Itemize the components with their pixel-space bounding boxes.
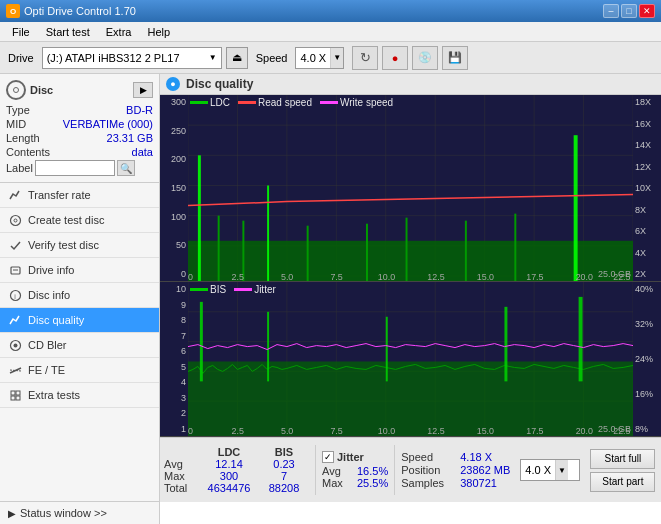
disc-type-label: Type bbox=[6, 104, 30, 116]
status-window-icon: ▶ bbox=[8, 508, 16, 519]
minimize-button[interactable]: – bbox=[603, 4, 619, 18]
jitter-checkbox[interactable]: ✓ bbox=[322, 451, 334, 463]
y-b-1: 1 bbox=[181, 424, 186, 434]
disc-label-input[interactable] bbox=[35, 160, 115, 176]
menu-start-test[interactable]: Start test bbox=[38, 24, 98, 40]
samples-stat-row: Samples 380721 bbox=[401, 477, 510, 489]
close-button[interactable]: ✕ bbox=[639, 4, 655, 18]
legend-write-speed: Write speed bbox=[320, 97, 393, 108]
stats-max-ldc: 300 bbox=[199, 470, 259, 482]
refresh-icon: ↻ bbox=[360, 50, 371, 65]
samples-stat-val: 380721 bbox=[460, 477, 497, 489]
sidebar-item-label-disc-info: Disc info bbox=[28, 289, 70, 301]
svg-rect-66 bbox=[200, 302, 203, 381]
status-window-button[interactable]: ▶ Status window >> bbox=[0, 502, 159, 524]
menu-extra[interactable]: Extra bbox=[98, 24, 140, 40]
legend-write-speed-label: Write speed bbox=[340, 97, 393, 108]
content-header-icon: ● bbox=[166, 77, 180, 91]
disc-length-row: Length 23.31 GB bbox=[6, 132, 153, 144]
sidebar-item-cd-bler[interactable]: CD Bler bbox=[0, 333, 159, 358]
stats-speed-dropdown-arrow[interactable]: ▼ bbox=[555, 460, 568, 480]
speed-label: Speed bbox=[252, 52, 292, 64]
disc-label-icon-button[interactable]: 🔍 bbox=[117, 160, 135, 176]
sidebar-item-label-fe-te: FE / TE bbox=[28, 364, 65, 376]
y-b-8: 8 bbox=[181, 315, 186, 325]
disc-contents-row: Contents data bbox=[6, 146, 153, 158]
save-icon: 💾 bbox=[448, 51, 462, 64]
menu-bar: File Start test Extra Help bbox=[0, 22, 661, 42]
y-r-label-6x: 6X bbox=[635, 226, 646, 236]
content-header: ● Disc quality bbox=[160, 74, 661, 95]
svg-rect-34 bbox=[218, 216, 220, 281]
main-layout: Disc ▶ Type BD-R MID VERBATIMe (000) Len… bbox=[0, 74, 661, 524]
fe-te-icon bbox=[8, 363, 22, 377]
drive-dropdown-arrow: ▼ bbox=[209, 53, 217, 62]
legend-jitter: Jitter bbox=[234, 284, 276, 295]
sidebar-item-create-test-disc[interactable]: Create test disc bbox=[0, 208, 159, 233]
menu-help[interactable]: Help bbox=[139, 24, 178, 40]
legend-jitter-color bbox=[234, 288, 252, 291]
sidebar-item-disc-quality[interactable]: Disc quality bbox=[0, 308, 159, 333]
top-chart: 300 250 200 150 100 50 0 18X 16X 14X 12X… bbox=[160, 95, 661, 282]
disc-panel: Disc ▶ Type BD-R MID VERBATIMe (000) Len… bbox=[0, 74, 159, 183]
speed-position-stats: Speed 4.18 X Position 23862 MB Samples 3… bbox=[401, 451, 510, 489]
sidebar-item-drive-info[interactable]: Drive info bbox=[0, 258, 159, 283]
sidebar-item-label-cd-bler: CD Bler bbox=[28, 339, 67, 351]
speed-dropdown-arrow[interactable]: ▼ bbox=[330, 48, 343, 68]
sidebar-item-fe-te[interactable]: FE / TE bbox=[0, 358, 159, 383]
legend-read-speed-color bbox=[238, 101, 256, 104]
sidebar-item-extra-tests[interactable]: Extra tests bbox=[0, 383, 159, 408]
y-label-250: 250 bbox=[171, 126, 186, 136]
svg-text:7.5: 7.5 bbox=[330, 426, 342, 436]
bottom-chart-legend: BIS Jitter bbox=[190, 284, 276, 295]
svg-text:20.0: 20.0 bbox=[576, 272, 593, 281]
disc-type-row: Type BD-R bbox=[6, 104, 153, 116]
jitter-max-label: Max bbox=[322, 477, 357, 489]
settings-button[interactable]: ● bbox=[382, 46, 408, 70]
eject-button[interactable]: ⏏ bbox=[226, 47, 248, 69]
top-chart-svg: 0 2.5 5.0 7.5 10.0 12.5 15.0 17.5 20.0 2… bbox=[188, 95, 633, 281]
y-label-150: 150 bbox=[171, 183, 186, 193]
speed-select-buttons: 4.0 X ▼ bbox=[520, 459, 580, 481]
position-stat-val: 23862 MB bbox=[460, 464, 510, 476]
position-stat-row: Position 23862 MB bbox=[401, 464, 510, 476]
svg-text:2.5: 2.5 bbox=[232, 426, 244, 436]
start-part-button[interactable]: Start part bbox=[590, 472, 655, 492]
disc-button[interactable]: 💿 bbox=[412, 46, 438, 70]
sidebar-item-transfer-rate[interactable]: Transfer rate bbox=[0, 183, 159, 208]
y-label-0-top: 0 bbox=[181, 269, 186, 279]
ldc-bis-stats: LDC BIS Avg 12.14 0.23 Max 300 7 Total bbox=[164, 446, 309, 494]
speed-stat-val: 4.18 X bbox=[460, 451, 492, 463]
y-r-label-10x: 10X bbox=[635, 183, 651, 193]
maximize-button[interactable]: □ bbox=[621, 4, 637, 18]
stats-max-row: Max 300 7 bbox=[164, 470, 309, 482]
svg-rect-70 bbox=[579, 297, 583, 381]
sidebar-item-verify-test-disc[interactable]: Verify test disc bbox=[0, 233, 159, 258]
svg-rect-38 bbox=[406, 218, 408, 281]
menu-file[interactable]: File bbox=[4, 24, 38, 40]
sidebar-item-disc-info[interactable]: i Disc info bbox=[0, 283, 159, 308]
disc-length-label: Length bbox=[6, 132, 40, 144]
save-button[interactable]: 💾 bbox=[442, 46, 468, 70]
svg-rect-30 bbox=[188, 241, 633, 281]
drive-select[interactable]: (J:) ATAPI iHBS312 2 PL17 ▼ bbox=[42, 47, 222, 69]
extra-tests-icon bbox=[8, 388, 22, 402]
legend-ldc: LDC bbox=[190, 97, 230, 108]
svg-text:10.0: 10.0 bbox=[378, 272, 395, 281]
stats-speed-select[interactable]: 4.0 X ▼ bbox=[520, 459, 580, 481]
svg-rect-37 bbox=[366, 224, 368, 281]
y-r-b-8: 8% bbox=[635, 424, 648, 434]
refresh-button[interactable]: ↻ bbox=[352, 46, 378, 70]
speed-select[interactable]: 4.0 X ▼ bbox=[295, 47, 344, 69]
svg-rect-31 bbox=[198, 155, 201, 281]
y-r-label-12x: 12X bbox=[635, 162, 651, 172]
app-title: Opti Drive Control 1.70 bbox=[24, 5, 136, 17]
verify-test-disc-icon bbox=[8, 238, 22, 252]
start-full-button[interactable]: Start full bbox=[590, 449, 655, 469]
position-stat-label: Position bbox=[401, 464, 456, 476]
svg-rect-32 bbox=[267, 185, 269, 281]
eject-icon: ⏏ bbox=[232, 51, 242, 64]
y-axis-right: 18X 16X 14X 12X 10X 8X 6X 4X 2X bbox=[633, 95, 661, 281]
disc-arrow-button[interactable]: ▶ bbox=[133, 82, 153, 98]
svg-text:5.0: 5.0 bbox=[281, 272, 293, 281]
